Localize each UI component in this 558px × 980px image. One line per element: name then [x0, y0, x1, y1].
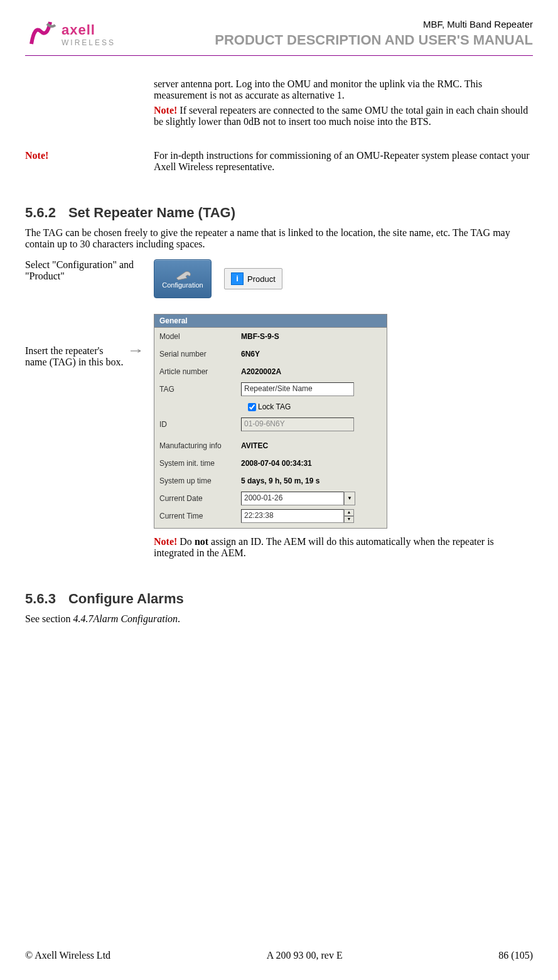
- instruction-2: Insert the repeater's name (TAG) in this…: [25, 345, 127, 368]
- tag-label: TAG: [159, 385, 241, 394]
- logo-icon: [25, 19, 59, 50]
- note-text: If several repeaters are connected to th…: [154, 105, 528, 127]
- logo: axell WIRELESS: [25, 19, 115, 50]
- serial-value: 6N6Y: [241, 350, 260, 358]
- note-paragraph-3: Note! Do not assign an ID. The AEM will …: [154, 536, 533, 559]
- note3-text1: Do: [177, 536, 195, 547]
- section-563-body: See section 4.4.7Alarm Configuration.: [25, 613, 533, 625]
- note-prefix: Note!: [154, 105, 177, 116]
- id-input: 01-09-6N6Y: [241, 417, 354, 431]
- model-label: Model: [159, 332, 241, 341]
- sysinit-label: System init. time: [159, 459, 241, 468]
- section-heading-563: 5.6.3Configure Alarms: [25, 591, 533, 607]
- section-number-563: 5.6.3: [25, 591, 56, 607]
- sec563-pre: See section: [25, 613, 73, 624]
- logo-text-sub: WIRELESS: [62, 38, 115, 47]
- general-panel: General Model MBF-S-9-S Serial number 6N…: [154, 314, 387, 529]
- id-label: ID: [159, 420, 241, 429]
- doc-title-big: PRODUCT DESCRIPTION AND USER'S MANUAL: [215, 32, 533, 48]
- sec563-post: .: [178, 613, 180, 624]
- curdate-label: Current Date: [159, 494, 241, 503]
- mfg-value: AVITEC: [241, 441, 268, 450]
- wrench-icon: [173, 269, 192, 281]
- section-title: Set Repeater Name (TAG): [68, 205, 235, 220]
- curtime-label: Current Time: [159, 512, 241, 520]
- tag-input[interactable]: Repeater/Site Name: [241, 382, 354, 396]
- note-prefix-3: Note!: [154, 536, 177, 547]
- model-value: MBF-S-9-S: [241, 332, 279, 341]
- sysup-value: 5 days, 9 h, 50 m, 19 s: [241, 477, 319, 485]
- doc-title-small: MBF, Multi Band Repeater: [215, 19, 533, 30]
- margin-note-label: Note!: [25, 150, 48, 161]
- config-button-label: Configuration: [162, 281, 203, 289]
- lock-tag-label: Lock TAG: [258, 402, 291, 411]
- article-label: Article number: [159, 367, 241, 376]
- note-paragraph-2: For in-depth instructions for commission…: [154, 150, 533, 173]
- arrow-icon: [131, 347, 141, 355]
- section-562-body: The TAG can be chosen freely to give the…: [25, 227, 533, 250]
- instruction-1: Select "Configuration" and "Product": [25, 259, 141, 282]
- note3-bold: not: [195, 536, 208, 547]
- info-icon: i: [231, 272, 244, 285]
- lock-tag-checkbox[interactable]: [248, 403, 256, 411]
- mfg-label: Manufacturing info: [159, 441, 241, 450]
- dropdown-arrow-icon[interactable]: ▼: [344, 492, 355, 505]
- product-button[interactable]: i Product: [224, 268, 282, 289]
- note-paragraph-1: Note! If several repeaters are connected…: [154, 105, 533, 127]
- section-number: 5.6.2: [25, 205, 56, 221]
- product-button-label: Product: [247, 274, 276, 284]
- continuation-paragraph: server antenna port. Log into the OMU an…: [154, 78, 533, 101]
- page-header: axell WIRELESS MBF, Multi Band Repeater …: [25, 19, 533, 56]
- spinner-down-icon[interactable]: ▼: [344, 516, 354, 523]
- logo-text-main: axell: [62, 22, 115, 38]
- spinner-up-icon[interactable]: ▲: [344, 509, 354, 516]
- current-time-input[interactable]: 22:23:38: [241, 509, 344, 523]
- section-title-563: Configure Alarms: [68, 591, 184, 606]
- panel-title: General: [154, 315, 387, 328]
- sysup-label: System up time: [159, 477, 241, 485]
- sec563-ref: 4.4.7Alarm Configuration: [73, 613, 178, 624]
- serial-label: Serial number: [159, 350, 241, 358]
- article-value: A2020002A: [241, 367, 281, 376]
- section-heading-562: 5.6.2Set Repeater Name (TAG): [25, 205, 533, 221]
- sysinit-value: 2008-07-04 00:34:31: [241, 459, 312, 468]
- current-date-input[interactable]: 2000-01-26: [241, 492, 344, 505]
- configuration-button[interactable]: Configuration: [154, 259, 212, 298]
